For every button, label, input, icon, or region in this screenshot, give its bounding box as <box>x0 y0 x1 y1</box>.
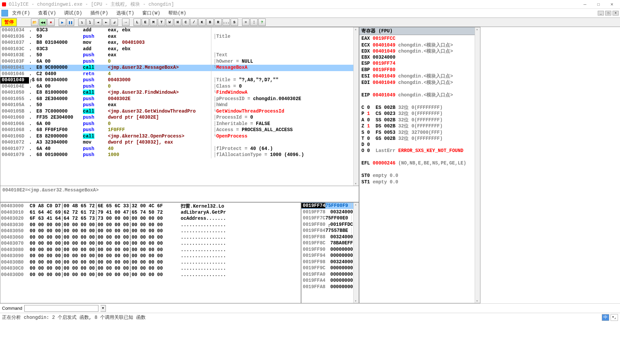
register-row[interactable]: EAX 0019FFCC <box>361 36 478 42</box>
stack-row[interactable]: 0019FFA400000000 <box>301 277 359 284</box>
stack-scrollbar[interactable] <box>353 203 359 303</box>
register-row[interactable]: ECX 00401049 chongdin.<模块入口点> <box>361 42 478 49</box>
menu-view[interactable]: 查看(V) <box>37 9 57 17</box>
stack-row[interactable]: 0019FF80┌0019FFDC <box>301 221 359 228</box>
stack-row[interactable]: 0019FF9000000000 <box>301 246 359 253</box>
disassembly-pane[interactable]: 00401034.03C3addeax, ebx00401036.50pushe… <box>0 27 359 186</box>
disasm-row[interactable]: 00401037.B8 03104000moveax, 00401003 <box>0 40 359 46</box>
disasm-row[interactable]: 00401060.FF35 2E304000pushdword ptr [403… <box>0 115 359 121</box>
trace-over-button[interactable]: ⇤ <box>102 19 110 26</box>
register-row[interactable]: EBP 0019FF80 <box>361 67 478 73</box>
open-button[interactable]: 📂 <box>31 19 38 26</box>
close-button[interactable]: ✕ <box>609 1 615 8</box>
disasm-row[interactable]: 0040103C.03C3addeax, ebx <box>0 46 359 53</box>
disasm-row[interactable]: 00401079.68 00100000push1000│flAllocatio… <box>0 152 359 158</box>
disasm-row[interactable]: 00401046.C2 0400retn4 <box>0 71 359 78</box>
stack-row[interactable]: 0019FF8477557BBE返回到 ntdll.77557BBE <box>301 228 359 234</box>
register-row[interactable] <box>361 98 478 104</box>
toolbar-letter-l[interactable]: L <box>134 19 141 26</box>
register-row[interactable] <box>361 167 478 173</box>
dump-row[interactable]: 0040305000 00 00 00│00 00 00 00│00 00 00… <box>1 228 300 235</box>
dump-row[interactable]: 004030B000 00 00 00│00 00 00 00│00 00 00… <box>1 260 300 266</box>
menu-file[interactable]: 文件(F) <box>11 9 31 17</box>
dump-row[interactable]: 004030D000 00 00 00│00 00 00 00│00 00 00… <box>1 272 300 278</box>
disasm-row[interactable]: 00401036.50pusheax│Title <box>0 34 359 40</box>
stack-row[interactable]: 0019FF8C78BA0EFF <box>301 240 359 246</box>
stack-row[interactable]: 0019FF7C75FF00E0KERNEL32.BaseThreadInitT… <box>301 215 359 221</box>
disasm-row[interactable]: 0040105A.50pusheax│hWnd <box>0 102 359 109</box>
goto-button[interactable]: → <box>122 19 129 26</box>
restart-button[interactable]: ◀◀ <box>39 19 47 26</box>
register-row[interactable]: T 0 GS 002B 32位 0(FFFFFFFF) <box>361 135 478 142</box>
registers-scrollbar[interactable] <box>475 27 480 303</box>
menu-window[interactable]: 窗口(W) <box>141 9 161 17</box>
register-row[interactable]: EDX 00401049 chongdin.<模块入口点> <box>361 48 478 55</box>
dump-row[interactable]: 0040303000 00 00 00│00 00 00 00│00 00 00… <box>1 222 300 229</box>
toolbar-letter-/[interactable]: / <box>190 19 198 26</box>
disasm-row[interactable]: 00401072.A3 32304000movdword ptr [403032… <box>0 140 359 146</box>
toolbar-letter-...[interactable]: ... <box>223 19 230 26</box>
register-row[interactable]: C 0 ES 002B 32位 0(FFFFFFFF) <box>361 104 478 111</box>
stack-row[interactable]: 0019FF9800324000 <box>301 259 359 265</box>
stack-row[interactable]: 0019FFA000000000 <box>301 271 359 278</box>
register-row[interactable]: EBX 00324000 <box>361 55 478 61</box>
dump-row[interactable]: 0040308000 00 00 00│00 00 00 00│00 00 00… <box>1 247 300 253</box>
register-row[interactable]: Z 1 DS 002B 32位 0(FFFFFFFF) <box>361 123 478 129</box>
ime-lang[interactable]: 中 <box>602 314 609 321</box>
toolbar-letter-w[interactable]: W <box>166 19 173 26</box>
disasm-row[interactable]: 00401066.6A 00push0│Inheritable = FALSE <box>0 121 359 127</box>
trace-into-button[interactable]: ⇥ <box>94 19 102 26</box>
command-dropdown[interactable]: ▼ <box>100 305 106 312</box>
register-row[interactable] <box>361 154 478 161</box>
disasm-row[interactable]: 00401077.6A 40push40│flProtect = 40 (64.… <box>0 146 359 152</box>
dump-row[interactable]: 00403000C9 A8 C0 D7│00 4B 65 72│6E 65 6C… <box>1 203 300 210</box>
register-row[interactable]: ST1 empty 0.0 <box>361 179 478 186</box>
register-row[interactable]: P 1 CS 0023 32位 0(FFFFFFFF) <box>361 111 478 117</box>
register-row[interactable]: EFL 00000246 (NO,NB,E,BE,NS,PE,GE,LE) <box>361 160 478 167</box>
register-row[interactable] <box>361 86 478 92</box>
stack-row[interactable]: 0019FF9C00000000 <box>301 265 359 271</box>
command-input[interactable] <box>24 305 98 312</box>
step-over-button[interactable]: ⤵ <box>86 19 94 26</box>
disasm-row[interactable]: 0040105B.E8 7C000000call<jmp.&user32.Get… <box>0 109 359 115</box>
close-debug-button[interactable]: ✖ <box>47 19 55 26</box>
disasm-row[interactable]: 00401068.68 FF0F1F00push1F0FFF│Access = … <box>0 127 359 133</box>
pause-button[interactable]: ❚❚ <box>67 19 74 26</box>
dump-row[interactable]: 0040306000 00 00 00│00 00 00 00│00 00 00… <box>1 235 300 241</box>
dump-row[interactable]: 004030206F 63 41 64│64 72 65 73│73 00 00… <box>1 216 300 222</box>
ime-punct[interactable]: •, <box>611 314 618 321</box>
register-row[interactable]: O 0 LastErr ERROR_SXS_KEY_NOT_FOUND <box>361 148 478 154</box>
toolbar-letter-h[interactable]: H <box>174 19 181 26</box>
toolbar-letter-r[interactable]: R <box>214 19 222 26</box>
disasm-row[interactable]: 0040106D.E8 82000000call<jmp.&kernel32.O… <box>0 133 359 140</box>
disasm-row[interactable]: 00401055.68 2E304000push0040302E│pProces… <box>0 96 359 102</box>
mdi-minimize[interactable]: _ <box>598 11 604 16</box>
register-row[interactable]: ESI 00401049 chongdin.<模块入口点> <box>361 73 478 80</box>
dump-row[interactable]: 0040301061 64 4C 69│62 72 61 72│79 41 00… <box>1 210 300 216</box>
register-row[interactable]: EDI 00401049 chongdin.<模块入口点> <box>361 80 478 86</box>
toolbar-letter-e[interactable]: E <box>142 19 149 26</box>
disasm-row[interactable]: 00401041.E8 9C000000call<jmp.&user32.Mes… <box>0 65 359 71</box>
registers-pane[interactable]: 寄存器 (FPU) EAX 0019FFCC ECX 00401049 chon… <box>359 27 480 303</box>
toolbar-letter-c[interactable]: C <box>182 19 189 26</box>
register-row[interactable]: ST0 empty 0.0 <box>361 173 478 179</box>
run-button[interactable]: ▶ <box>59 19 66 26</box>
disasm-row[interactable]: 00401050.E8 81000000call<jmp.&user32.Fin… <box>0 90 359 96</box>
stack-row[interactable]: 0019FF9400000000 <box>301 252 359 259</box>
execute-till-return-button[interactable]: ↲ <box>111 19 118 26</box>
toolbar-letter-m[interactable]: M <box>150 19 157 26</box>
settings-button[interactable]: ≡ <box>242 19 249 26</box>
stack-pane[interactable]: 0019FF7475FF00F9返回到 KERNEL32.75FF00F9001… <box>301 202 359 303</box>
menu-debug[interactable]: 调试(D) <box>63 9 83 17</box>
stack-row[interactable]: 0019FF7800324000 <box>301 209 359 215</box>
register-row[interactable]: D 0 <box>361 142 478 148</box>
dump-row[interactable]: 004030C000 00 00 00│00 00 00 00│00 00 00… <box>1 266 300 272</box>
stack-row[interactable]: 0019FF7475FF00F9返回到 KERNEL32.75FF00F9 <box>301 203 359 209</box>
disasm-scrollbar[interactable] <box>353 27 359 186</box>
stack-row[interactable]: 0019FFA800000000 <box>301 284 359 290</box>
disasm-row[interactable]: 0040103F.6A 00push0│hOwner = NULL <box>0 59 359 65</box>
register-row[interactable]: EIP 00401049 chongdin.<模块入口点> <box>361 92 478 98</box>
step-into-button[interactable]: ↴ <box>78 19 86 26</box>
maximize-button[interactable]: ☐ <box>595 1 602 8</box>
stack-row[interactable]: 0019FF8800324000 <box>301 234 359 240</box>
